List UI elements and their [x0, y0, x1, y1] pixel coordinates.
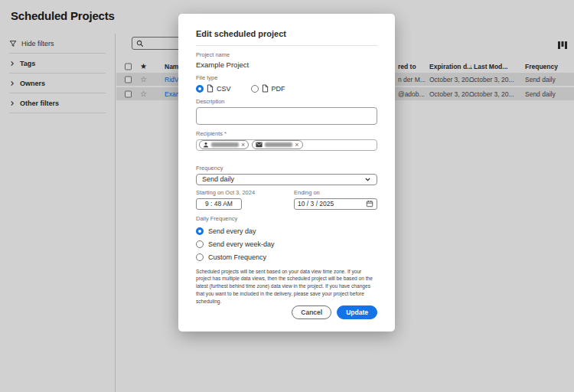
description-label: Description: [196, 98, 377, 105]
project-name-value: Example Project: [196, 60, 377, 69]
file-icon: [262, 84, 269, 93]
recipients-field[interactable]: × ×: [196, 139, 377, 151]
redacted-recipient-email: [265, 142, 292, 147]
frequency-select[interactable]: Send daily: [196, 174, 377, 185]
remove-recipient-icon[interactable]: ×: [241, 142, 245, 149]
file-type-group: CSV PDF: [196, 84, 377, 93]
frequency-selected-value: Send daily: [202, 175, 234, 183]
person-icon: [203, 142, 209, 148]
recipient-tag-user[interactable]: ×: [199, 140, 249, 149]
recipient-tag-email[interactable]: ×: [252, 140, 302, 149]
file-type-option-csv[interactable]: CSV: [196, 84, 231, 93]
schedule-dates-row: Starting on Oct 3, 2024 9 : 48 AM Ending…: [196, 189, 377, 210]
timezone-disclaimer: Scheduled projects will be sent based on…: [196, 268, 377, 305]
starting-time-input[interactable]: 9 : 48 AM: [196, 198, 242, 210]
update-button[interactable]: Update: [337, 305, 377, 319]
daily-option-send-every-week-day[interactable]: Send every week-day: [196, 240, 377, 248]
starting-on-label: Starting on Oct 3, 2024: [196, 189, 294, 196]
ending-date-input[interactable]: 10 / 3 / 2025: [294, 198, 377, 210]
remove-recipient-icon[interactable]: ×: [295, 142, 298, 149]
app-screen: Scheduled Projects Hide filters Tags Own…: [0, 0, 574, 392]
daily-option-label: Send every day: [208, 227, 256, 235]
cancel-button[interactable]: Cancel: [292, 305, 331, 319]
daily-option-send-every-day[interactable]: Send every day: [196, 227, 377, 235]
file-type-option-pdf[interactable]: PDF: [251, 84, 285, 93]
radio-selected-icon: [196, 227, 204, 235]
ending-date-value: 10 / 3 / 2025: [298, 200, 334, 207]
divider: [196, 45, 377, 46]
radio-unselected-icon: [251, 85, 259, 93]
daily-frequency-label: Daily Frequency: [196, 215, 377, 222]
file-type-option-label: PDF: [272, 85, 285, 93]
radio-selected-icon: [196, 85, 204, 93]
daily-option-custom-frequency[interactable]: Custom Frequency: [196, 253, 377, 261]
edit-scheduled-project-dialog: Edit scheduled project Project name Exam…: [178, 14, 395, 332]
redacted-recipient-name: [211, 142, 239, 147]
radio-unselected-icon: [196, 240, 204, 248]
dialog-actions: Cancel Update: [196, 305, 377, 319]
frequency-label: Frequency: [196, 165, 377, 172]
dialog-title: Edit scheduled project: [196, 29, 377, 38]
file-type-option-label: CSV: [217, 85, 231, 93]
recipients-label: Recipients *: [196, 130, 377, 137]
email-icon: [256, 142, 263, 148]
description-textarea[interactable]: [196, 107, 377, 125]
calendar-icon[interactable]: [366, 200, 373, 207]
daily-option-label: Send every week-day: [208, 240, 275, 248]
radio-unselected-icon: [196, 253, 204, 261]
chevron-down-icon: [364, 176, 371, 183]
ending-on-label: Ending on: [294, 189, 377, 196]
file-type-label: File type: [196, 74, 377, 81]
file-icon: [207, 84, 214, 93]
project-name-label: Project name: [196, 51, 377, 58]
daily-option-label: Custom Frequency: [208, 253, 266, 261]
